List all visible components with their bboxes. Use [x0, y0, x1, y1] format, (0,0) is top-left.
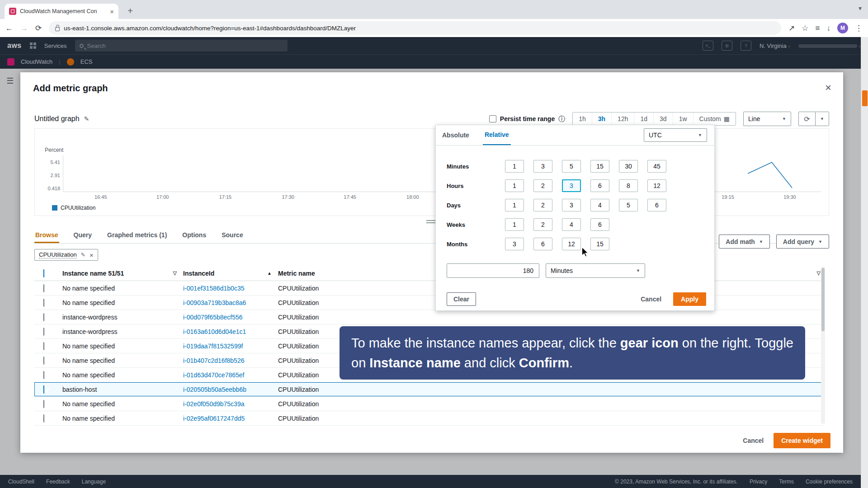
- months-option[interactable]: 6: [533, 238, 552, 250]
- row-checkbox[interactable]: [43, 371, 44, 379]
- days-option[interactable]: 2: [533, 199, 552, 211]
- duration-value-input[interactable]: 180: [447, 263, 539, 278]
- weeks-option[interactable]: 1: [505, 218, 524, 231]
- weeks-option[interactable]: 2: [533, 218, 552, 231]
- days-option[interactable]: 3: [562, 199, 581, 211]
- instance-id-link[interactable]: i-01b407c2d16f8b526: [183, 357, 278, 364]
- weeks-option[interactable]: 6: [590, 218, 609, 231]
- hours-option[interactable]: 8: [619, 179, 638, 192]
- row-checkbox[interactable]: [43, 357, 44, 365]
- sort-asc-icon[interactable]: ▲: [267, 271, 272, 276]
- add-math-button[interactable]: Add math ▼: [719, 235, 769, 249]
- table-row[interactable]: No name specified i-02e0f050d9b75c39a CP…: [34, 397, 823, 411]
- panel-cancel-button[interactable]: Cancel: [641, 296, 661, 303]
- table-row[interactable]: No name specified i-02e95af0617247dd5 CP…: [34, 411, 823, 426]
- info-icon[interactable]: ⓘ: [558, 115, 565, 123]
- days-option[interactable]: 5: [619, 199, 638, 211]
- minutes-option[interactable]: 1: [505, 160, 524, 173]
- instance-id-link[interactable]: i-00903a719b3bac8a6: [183, 299, 278, 306]
- row-checkbox[interactable]: [43, 299, 44, 307]
- new-tab-button[interactable]: +: [124, 5, 137, 17]
- range-1d-button[interactable]: 1d: [634, 113, 653, 125]
- persist-time-range-checkbox[interactable]: [489, 115, 496, 122]
- instance-id-link[interactable]: i-02e95af0617247dd5: [183, 415, 278, 422]
- months-option[interactable]: 3: [505, 238, 524, 250]
- minutes-option[interactable]: 3: [533, 160, 552, 173]
- range-custom-button[interactable]: Custom ▦: [693, 113, 736, 125]
- table-scrollbar-thumb[interactable]: [821, 268, 825, 331]
- hours-option[interactable]: 12: [647, 179, 666, 192]
- range-3h-button[interactable]: 3h: [592, 113, 611, 125]
- instance-id-link[interactable]: i-02e0f050d9b75c39a: [183, 400, 278, 408]
- days-option[interactable]: 4: [590, 199, 609, 211]
- hours-option[interactable]: 6: [590, 179, 609, 192]
- tab-absolute[interactable]: Absolute: [440, 125, 471, 145]
- remove-filter-icon[interactable]: ×: [90, 251, 94, 259]
- filter-icon[interactable]: ▽: [803, 270, 823, 276]
- tab-relative[interactable]: Relative: [483, 125, 511, 145]
- hours-option[interactable]: 2: [533, 179, 552, 192]
- select-all-checkbox[interactable]: [43, 269, 44, 277]
- close-tab-icon[interactable]: ×: [110, 8, 114, 15]
- minutes-option[interactable]: 15: [590, 160, 609, 173]
- edit-graph-title-icon[interactable]: ✎: [84, 115, 90, 122]
- row-checkbox[interactable]: [43, 328, 44, 336]
- back-icon[interactable]: ←: [5, 24, 13, 32]
- range-12h-button[interactable]: 12h: [611, 113, 634, 125]
- add-query-button[interactable]: Add query ▼: [776, 235, 829, 249]
- refresh-button[interactable]: ⟳: [798, 112, 816, 126]
- edit-filter-icon[interactable]: ✎: [81, 252, 85, 258]
- refresh-options-caret[interactable]: ▼: [816, 112, 829, 126]
- browser-tab[interactable]: CloudWatch Management Con ×: [5, 4, 118, 19]
- hours-option-selected[interactable]: 3: [562, 179, 581, 192]
- instance-id-link[interactable]: i-019daa7f81532599f: [183, 343, 278, 350]
- timezone-select[interactable]: UTC ▼: [644, 128, 707, 142]
- graph-type-select[interactable]: Line ▼: [743, 112, 791, 126]
- range-1h-button[interactable]: 1h: [573, 113, 592, 125]
- page-scrollbar[interactable]: [861, 37, 868, 488]
- chevron-down-icon[interactable]: ▾: [859, 5, 862, 12]
- col-instance-id[interactable]: InstanceId: [183, 270, 214, 277]
- minutes-option[interactable]: 5: [562, 160, 581, 173]
- search-filter-pill[interactable]: CPUUtilization ✎ ×: [34, 249, 98, 261]
- tab-options[interactable]: Options: [181, 230, 207, 243]
- row-checkbox-checked[interactable]: [43, 385, 44, 394]
- clear-button[interactable]: Clear: [447, 292, 476, 306]
- download-icon[interactable]: ↓: [827, 24, 831, 32]
- minutes-option[interactable]: 45: [647, 160, 666, 173]
- minutes-option[interactable]: 30: [619, 160, 638, 173]
- page-scrollbar-thumb[interactable]: [862, 90, 868, 106]
- tab-graphed-metrics[interactable]: Graphed metrics (1): [106, 230, 168, 243]
- apply-button[interactable]: Apply: [673, 292, 706, 306]
- reload-icon[interactable]: ⟳: [35, 24, 42, 32]
- table-row[interactable]: instance-wordpress i-00d079f65b8ecf556 C…: [34, 310, 823, 324]
- share-icon[interactable]: ↗: [788, 24, 795, 32]
- create-widget-button[interactable]: Create widget: [774, 433, 830, 448]
- tab-source[interactable]: Source: [221, 230, 244, 243]
- col-instance-name[interactable]: Instance name 51/51: [62, 270, 124, 277]
- instance-id-link[interactable]: i-0163a610d6d04e1c1: [183, 328, 278, 335]
- address-bar[interactable]: us-east-1.console.aws.amazon.com/cloudwa…: [49, 21, 781, 35]
- hours-option[interactable]: 1: [505, 179, 524, 192]
- tab-browse[interactable]: Browse: [34, 230, 59, 243]
- row-checkbox[interactable]: [43, 313, 44, 321]
- months-option[interactable]: 15: [590, 238, 609, 250]
- profile-avatar[interactable]: M: [837, 23, 848, 33]
- modal-close-icon[interactable]: ×: [825, 81, 831, 94]
- instance-id-link[interactable]: i-001ef31586d1b0c35: [183, 285, 278, 292]
- range-3d-button[interactable]: 3d: [653, 113, 673, 125]
- days-option[interactable]: 1: [505, 199, 524, 211]
- duration-unit-select[interactable]: Minutes ▼: [546, 263, 645, 278]
- days-option[interactable]: 6: [647, 199, 666, 211]
- instance-id-link[interactable]: i-00d079f65b8ecf556: [183, 314, 278, 321]
- row-checkbox[interactable]: [43, 400, 44, 408]
- browser-menu-kebab-icon[interactable]: ⋮: [855, 24, 863, 32]
- bookmark-star-icon[interactable]: ☆: [802, 24, 808, 32]
- forward-icon[interactable]: →: [20, 24, 28, 32]
- row-checkbox[interactable]: [43, 342, 44, 350]
- tab-query[interactable]: Query: [73, 230, 93, 243]
- row-checkbox[interactable]: [43, 284, 44, 292]
- range-1w-button[interactable]: 1w: [673, 113, 693, 125]
- instance-id-link[interactable]: i-020505b50a5eebb6b: [183, 386, 278, 393]
- cancel-button[interactable]: Cancel: [743, 437, 764, 444]
